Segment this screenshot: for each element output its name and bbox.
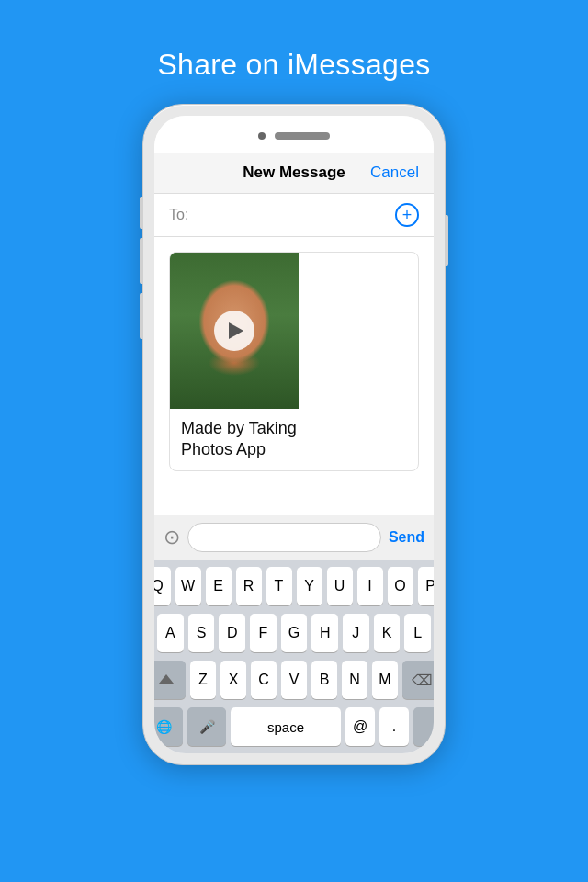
key-n[interactable]: N [342,661,368,699]
phone-mockup: New Message Cancel To: + Made b [142,104,446,765]
volume-down-button [140,293,143,339]
microphone-key[interactable]: 🎤 [187,707,226,746]
key-v[interactable]: V [281,661,307,699]
globe-icon: 🌐 [156,719,172,734]
message-content-area: Made by Taking Photos App [154,237,434,514]
key-u[interactable]: U [327,567,353,605]
key-r[interactable]: R [236,567,262,605]
key-h[interactable]: H [311,614,338,652]
key-t[interactable]: T [266,567,292,605]
key-c[interactable]: C [251,661,277,699]
to-field[interactable]: To: + [154,194,434,237]
phone-sensors [258,132,330,140]
camera-icon[interactable]: ⊙ [164,526,180,549]
keyboard-row-3: Z X C V B N M ⌫ [157,661,431,699]
card-body: Made by Taking Photos App [170,409,418,470]
key-b[interactable]: B [311,661,337,699]
message-input[interactable] [187,523,381,552]
period-key[interactable]: . [379,707,409,746]
space-key[interactable]: space [231,707,341,746]
volume-up-button [140,238,143,284]
key-y[interactable]: Y [297,567,322,605]
delete-key[interactable]: ⌫ [402,661,434,699]
front-camera [258,132,266,140]
key-i[interactable]: I [357,567,383,605]
cancel-button[interactable]: Cancel [370,164,419,182]
mute-button [140,197,143,229]
keyboard-bottom-row: 123 🌐 🎤 space @ . return [157,707,431,746]
page-title: Share on iMessages [157,48,430,82]
phone-screen: New Message Cancel To: + Made b [154,116,434,753]
at-key[interactable]: @ [345,707,375,746]
keyboard-row-2: A S D F G H J K L [157,614,431,652]
key-w[interactable]: W [175,567,201,605]
key-k[interactable]: K [374,614,401,652]
keyboard-row-1: Q W E R T Y U I O P [157,567,431,605]
key-m[interactable]: M [372,661,398,699]
key-e[interactable]: E [206,567,232,605]
key-q[interactable]: Q [154,567,171,605]
card-text: Made by Taking Photos App [181,418,407,461]
phone-top-bar [154,116,434,153]
play-icon [229,322,243,339]
mic-icon: 🎤 [199,719,215,734]
shift-key[interactable] [154,661,186,699]
to-label: To: [169,207,395,223]
globe-key[interactable]: 🌐 [154,707,183,746]
key-f[interactable]: F [250,614,277,652]
return-key[interactable]: return [413,707,434,746]
key-j[interactable]: J [343,614,369,652]
add-recipient-button[interactable]: + [395,203,419,227]
speaker [275,132,330,140]
text-input-bar: ⊙ Send [154,514,434,560]
keyboard: Q W E R T Y U I O P A S D F G H J K [154,560,434,753]
imessage-nav-bar: New Message Cancel [154,153,434,194]
key-x[interactable]: X [220,661,246,699]
send-button[interactable]: Send [389,529,424,546]
key-z[interactable]: Z [190,661,216,699]
key-a[interactable]: A [157,614,184,652]
key-d[interactable]: D [219,614,245,652]
message-card: Made by Taking Photos App [169,252,419,471]
key-o[interactable]: O [388,567,413,605]
shift-icon [159,674,174,684]
key-p[interactable]: P [418,567,435,605]
card-image [170,253,299,409]
delete-icon: ⌫ [412,672,433,689]
nav-title: New Message [243,164,345,182]
key-g[interactable]: G [281,614,308,652]
key-s[interactable]: S [188,614,215,652]
power-button [445,215,448,266]
key-l[interactable]: L [404,614,431,652]
play-button[interactable] [214,311,254,351]
